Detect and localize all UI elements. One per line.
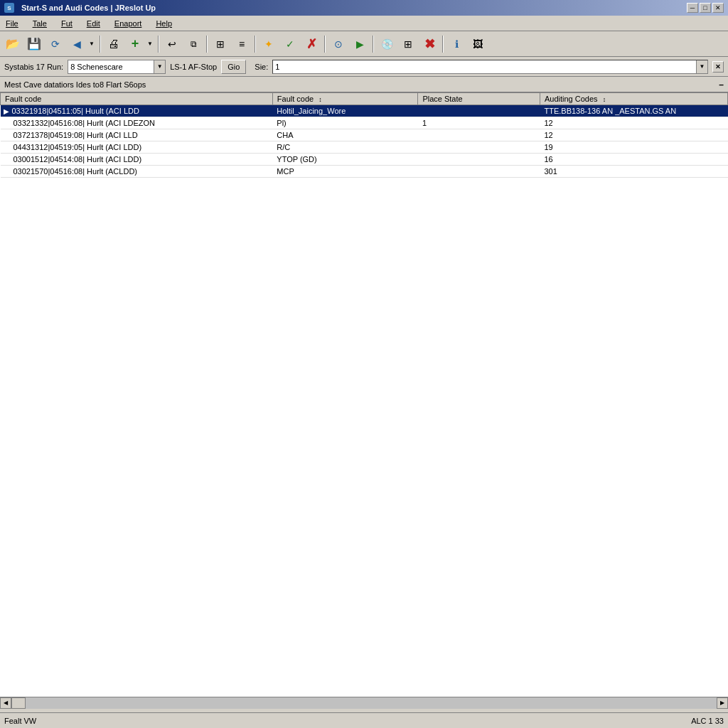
cell-fault-code-2: MCP — [272, 166, 418, 178]
col-place-state[interactable]: Place State — [418, 93, 540, 105]
separator-2 — [158, 36, 159, 53]
table-row[interactable]: 03021570|04516:08| Hurlt (ACLDD)MCP301 — [1, 166, 728, 178]
menu-help[interactable]: Help — [153, 18, 175, 28]
menu-file[interactable]: File — [3, 18, 21, 28]
lines-icon: ≡ — [239, 38, 245, 50]
print-icon: 🖨 — [108, 38, 119, 50]
separator-7 — [442, 36, 444, 53]
status-bar: Fealt VW ALC 1 33 — [0, 712, 728, 728]
table-row[interactable]: 03321332|04516:08| Hurlt (ACI LDEZONPl)1… — [1, 117, 728, 129]
scroll-right-button[interactable]: ▶ — [717, 697, 728, 709]
nav-left-button[interactable]: ◀ — [67, 34, 87, 54]
menu-tale[interactable]: Tale — [30, 18, 50, 28]
add-dropdown-icon: ▼ — [147, 41, 153, 47]
table-container[interactable]: Fault code Fault code ↕ Place State Audi… — [0, 92, 728, 697]
scroll-track[interactable] — [11, 697, 717, 709]
image-button[interactable]: 🖼 — [468, 34, 488, 54]
separator-3 — [206, 36, 208, 53]
table-row[interactable]: 04431312|04519:05| Hurlt (ACI LDD)R/C19 — [1, 141, 728, 154]
status-right-text: ALC 1 33 — [691, 717, 724, 725]
disk-icon: 💿 — [381, 38, 393, 50]
cell-auditing-codes: TTE.BB138-136 AN _AESTAN.GS AN — [540, 105, 727, 117]
separator-1 — [100, 36, 101, 53]
menu-enaport[interactable]: Enaport — [112, 18, 145, 28]
col-fault-code-1-label: Fault code — [5, 95, 41, 103]
cell-auditing-codes: 19 — [540, 141, 727, 154]
col-place-state-label: Place State — [422, 95, 462, 103]
status-right: ALC 1 33 — [691, 717, 724, 725]
info-bar-collapse-button[interactable]: – — [719, 80, 724, 90]
check-icon: ✓ — [286, 38, 294, 50]
x-button[interactable]: ✗ — [301, 34, 321, 54]
save-button[interactable]: 💾 — [24, 34, 44, 54]
horizontal-scrollbar[interactable]: ◀ ▶ — [0, 697, 728, 708]
window-icon: S — [4, 3, 14, 13]
cell-auditing-codes: 301 — [540, 166, 727, 178]
table-row[interactable]: ▶03321918|04511:05| Huult (ACI LDDHoltil… — [1, 105, 728, 117]
menu-fut[interactable]: Fut — [58, 18, 75, 28]
filter-extra-label: LS-1 AF-Stop — [170, 63, 217, 71]
number-button[interactable]: ⊞ — [210, 34, 230, 54]
info-button[interactable]: ℹ — [446, 34, 466, 54]
filter-go-button[interactable]: Gio — [221, 60, 246, 74]
star-button[interactable]: ✦ — [259, 34, 279, 54]
filter-site-arrow[interactable]: ▼ — [696, 60, 707, 73]
copy-button[interactable]: ⧉ — [183, 34, 203, 54]
globe-button[interactable]: ⊙ — [328, 34, 348, 54]
open-button[interactable]: 📂 — [3, 34, 23, 54]
print-button[interactable]: 🖨 — [104, 34, 124, 54]
close-button[interactable]: ✕ — [712, 3, 724, 13]
filter-close-button[interactable]: ✕ — [712, 61, 724, 73]
col-fault-code-1[interactable]: Fault code — [1, 93, 273, 105]
filter-bar: Systabis 17 Run: 8 Schenescare ▼ LS-1 AF… — [0, 57, 728, 77]
add-dropdown-button[interactable]: ▼ — [145, 34, 155, 54]
menu-edit[interactable]: Edit — [84, 18, 103, 28]
cell-fault-code-2: Pl) — [272, 117, 418, 129]
cell-fault-code-1: ▶03321918|04511:05| Huult (ACI LDD — [1, 105, 273, 117]
col-auditing-codes[interactable]: Auditing Codes ↕ — [540, 93, 727, 105]
cell-auditing-codes: 12 — [540, 129, 727, 141]
col-fault-code-2-label: Fault code — [277, 95, 314, 103]
check-button[interactable]: ✓ — [280, 34, 300, 54]
save-icon: 💾 — [27, 37, 41, 50]
lines-button[interactable]: ≡ — [232, 34, 252, 54]
cell-fault-code-1: 03721378|04519:08| Hurlt (ACI LLD — [1, 129, 273, 141]
status-left: Fealt VW — [4, 717, 36, 725]
cell-fault-code-2: CHA — [272, 129, 418, 141]
nav-dropdown-icon: ▼ — [89, 41, 95, 47]
grid-button[interactable]: ⊞ — [398, 34, 418, 54]
minimize-button[interactable]: ─ — [687, 3, 698, 13]
scroll-thumb[interactable] — [11, 697, 26, 709]
cell-auditing-codes: 16 — [540, 154, 727, 166]
cell-place-state — [418, 154, 540, 166]
filter-site-combo[interactable]: 1 ▼ — [272, 60, 708, 74]
info-icon: ℹ — [455, 38, 459, 50]
add-button[interactable]: + — [125, 34, 145, 54]
toolbar: 📂 💾 ⟳ ◀ ▼ 🖨 + ▼ ↩ ⧉ ⊞ ≡ ✦ — [0, 31, 728, 57]
filter-site-label: Sie: — [255, 63, 268, 71]
title-bar-left: S Start-S and Audi Codes | JReslot Up — [4, 3, 156, 13]
cell-fault-code-2: Holtil_Jaicing_Wore — [272, 105, 418, 117]
cell-place-state — [418, 105, 540, 117]
filter-site-value: 1 — [273, 62, 696, 72]
scroll-left-button[interactable]: ◀ — [0, 697, 11, 709]
delete-button[interactable]: ✖ — [419, 34, 439, 54]
col-sort-icon: ↕ — [318, 96, 322, 103]
disk-button[interactable]: 💿 — [377, 34, 397, 54]
col-auditing-codes-label: Auditing Codes — [545, 95, 598, 103]
filter-combo-arrow[interactable]: ▼ — [154, 60, 165, 73]
filter-combo[interactable]: 8 Schenescare ▼ — [68, 60, 166, 74]
maximize-button[interactable]: □ — [700, 3, 711, 13]
cell-fault-code-1: 04431312|04519:05| Hurlt (ACI LDD) — [1, 141, 273, 154]
filter-label: Systabis 17 Run: — [4, 63, 63, 71]
nav-dropdown-button[interactable]: ▼ — [87, 34, 97, 54]
table-row[interactable]: 03001512|04514:08| Hurlt (ACI LDD)YTOP (… — [1, 154, 728, 166]
play-button[interactable]: ▶ — [350, 34, 370, 54]
table-row[interactable]: 03721378|04519:08| Hurlt (ACI LLDCHA12 — [1, 129, 728, 141]
globe-icon: ⊙ — [334, 38, 343, 50]
col-fault-code-2[interactable]: Fault code ↕ — [272, 93, 418, 105]
window-title: Start-S and Audi Codes | JReslot Up — [21, 4, 156, 12]
undo-button[interactable]: ↩ — [162, 34, 182, 54]
cell-fault-code-1: 03321332|04516:08| Hurlt (ACI LDEZON — [1, 117, 273, 129]
refresh-button[interactable]: ⟳ — [46, 34, 65, 54]
